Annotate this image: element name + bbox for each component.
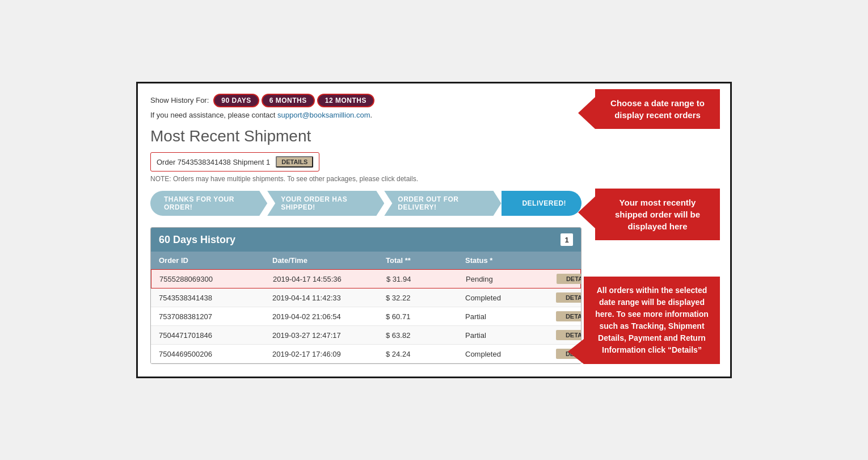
col-order-id: Order ID	[159, 256, 272, 265]
table-row: 7537088381207 2019-04-02 21:06:54 $ 60.7…	[151, 307, 581, 326]
cell-datetime: 2019-04-17 14:55:36	[273, 275, 386, 283]
row-details-button[interactable]: DETAILS	[556, 292, 582, 303]
btn-12-months[interactable]: 12 MONTHS	[317, 94, 374, 107]
cell-status: Partial	[465, 312, 556, 321]
table-row: 7504471701846 2019-03-27 12:47:17 $ 63.8…	[151, 326, 581, 345]
col-datetime: Date/Time	[272, 256, 386, 265]
cell-total: $ 60.71	[386, 312, 465, 321]
shipment-id-text: Order 7543538341438 Shipment 1	[157, 158, 270, 166]
progress-bar: THANKS FOR YOUR ORDER! YOUR ORDER HAS SH…	[150, 191, 582, 216]
table-body: 7555288069300 2019-04-17 14:55:36 $ 31.9…	[151, 269, 581, 363]
table-header-row: Order ID Date/Time Total ** Status *	[151, 252, 581, 269]
cell-status: Completed	[465, 350, 556, 358]
cell-total: $ 32.22	[386, 294, 465, 302]
progress-step-4: DELIVERED!	[502, 191, 582, 216]
table-row: 7504469500206 2019-02-17 17:46:09 $ 24.2…	[151, 345, 581, 363]
history-count-badge: 1	[561, 233, 573, 246]
cell-status: Partial	[465, 331, 556, 340]
shipment-row: Order 7543538341438 Shipment 1 DETAILS	[150, 152, 319, 172]
cell-total: $ 63.82	[386, 331, 465, 340]
cell-order-id: 7537088381207	[159, 312, 272, 321]
col-status: Status *	[465, 256, 556, 265]
show-history-label: Show History For:	[150, 96, 209, 104]
support-email-link[interactable]: support@booksamillion.com	[277, 111, 370, 119]
section-title: Most Recent Shipment	[150, 127, 718, 145]
progress-step-2: YOUR ORDER HAS SHIPPED!	[267, 191, 384, 216]
cell-total: $ 31.94	[386, 275, 466, 283]
cell-datetime: 2019-03-27 12:47:17	[272, 331, 386, 340]
callout-mid-right: Your most recently shipped order will be…	[595, 189, 720, 240]
cell-status: Pending	[466, 275, 557, 283]
history-section: 60 Days History 1 Order ID Date/Time Tot…	[150, 227, 582, 364]
cell-order-id: 7504469500206	[159, 350, 272, 358]
table-row: 7555288069300 2019-04-17 14:55:36 $ 31.9…	[151, 269, 581, 288]
callout-top-arrow	[578, 97, 595, 129]
cell-datetime: 2019-04-02 21:06:54	[272, 312, 386, 321]
page-container: Show History For: 90 DAYS 6 MONTHS 12 MO…	[136, 82, 732, 378]
callout-bottom-arrow	[568, 339, 584, 364]
col-total: Total **	[386, 256, 465, 265]
cell-order-id: 7504471701846	[159, 331, 272, 340]
cell-status: Completed	[465, 294, 556, 302]
cell-total: $ 24.24	[386, 350, 465, 358]
table-row: 7543538341438 2019-04-14 11:42:33 $ 32.2…	[151, 288, 581, 307]
progress-step-3: ORDER OUT FOR DELIVERY!	[384, 191, 501, 216]
callout-top-right: Choose a date range to display recent or…	[595, 89, 720, 129]
col-actions	[556, 256, 582, 265]
date-buttons-group: 90 DAYS 6 MONTHS 12 MONTHS	[213, 94, 374, 107]
cell-order-id: 7555288069300	[159, 275, 273, 283]
row-details-button[interactable]: DETAILS	[556, 311, 582, 321]
progress-step-1: THANKS FOR YOUR ORDER!	[150, 191, 267, 216]
callout-bottom-right: All orders within the selected date rang…	[584, 277, 720, 364]
btn-6-months[interactable]: 6 MONTHS	[262, 94, 315, 107]
cell-order-id: 7543538341438	[159, 294, 272, 302]
row-details-button[interactable]: DETAILS	[557, 274, 582, 284]
history-header: 60 Days History 1	[151, 228, 581, 252]
note-text: NOTE: Orders may have multiple shipments…	[150, 175, 718, 183]
cell-datetime: 2019-02-17 17:46:09	[272, 350, 386, 358]
btn-90-days[interactable]: 90 DAYS	[213, 94, 259, 107]
history-title: 60 Days History	[159, 234, 235, 246]
shipment-details-button[interactable]: DETAILS	[276, 156, 313, 168]
cell-datetime: 2019-04-14 11:42:33	[272, 294, 386, 302]
